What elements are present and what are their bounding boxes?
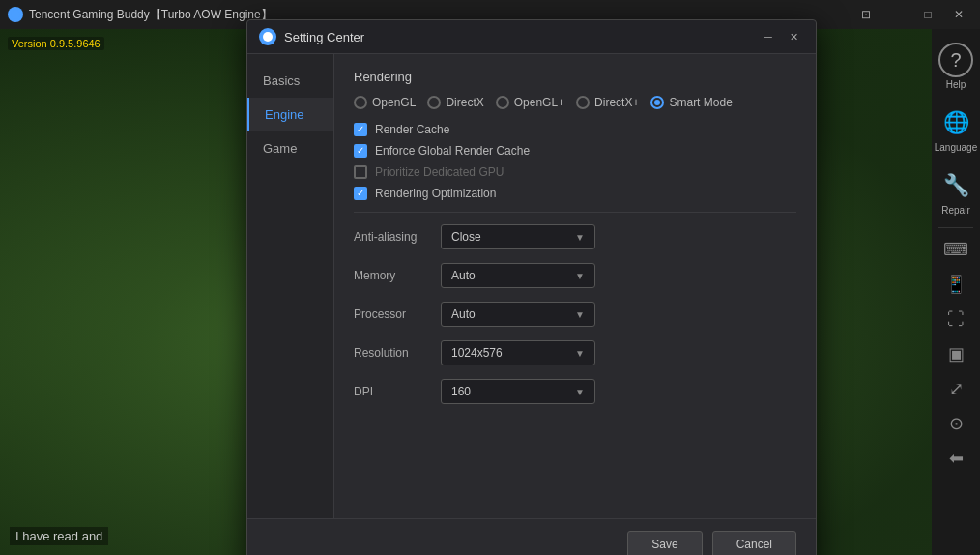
radio-directxplus[interactable]: DirectX+ <box>576 96 639 109</box>
nav-engine[interactable]: Engine <box>247 98 333 131</box>
record-icon-btn[interactable]: ⊙ <box>942 410 969 437</box>
processor-arrow: ▼ <box>575 309 585 320</box>
processor-label: Processor <box>354 307 441 321</box>
radio-directx[interactable]: DirectX <box>427 96 483 109</box>
language-button[interactable]: 🌐 Language <box>935 102 977 157</box>
repair-label: Repair <box>941 205 969 216</box>
opengl-radio-circle <box>354 96 367 109</box>
expand-icon-btn[interactable]: ⛶ <box>942 306 969 333</box>
dialog-footer: Save Cancel <box>247 518 816 555</box>
dialog-minimize-button[interactable]: ─ <box>758 28 779 45</box>
smartmode-radio-circle <box>650 96 664 109</box>
dpi-arrow: ▼ <box>575 387 585 397</box>
checkbox-enforce-global[interactable]: ✓ Enforce Global Render Cache <box>354 144 796 158</box>
smartmode-label: Smart Mode <box>669 96 732 109</box>
render-cache-label: Render Cache <box>375 123 449 136</box>
antialiasing-select[interactable]: Close ▼ <box>441 224 595 249</box>
resolution-label: Resolution <box>354 346 441 360</box>
render-modes: OpenGL DirectX OpenGL+ DirectX+ Smart Mo… <box>354 96 796 109</box>
directxplus-radio-circle <box>576 96 590 109</box>
keyboard-icon-btn[interactable]: ⌨ <box>942 236 969 263</box>
dialog-title-bar: Setting Center ─ ✕ <box>247 20 816 54</box>
processor-select[interactable]: Auto ▼ <box>441 302 595 327</box>
dialog-controls: ─ ✕ <box>758 28 804 45</box>
openglplus-label: OpenGL+ <box>514 96 564 109</box>
directx-radio-circle <box>427 96 441 109</box>
section-divider <box>354 212 796 213</box>
content-area: Rendering OpenGL DirectX OpenGL+ Direc <box>334 54 816 518</box>
memory-label: Memory <box>354 269 441 282</box>
maximize-button[interactable]: □ <box>914 4 941 25</box>
memory-arrow: ▼ <box>575 271 585 281</box>
dialog-body: Basics Engine Game Rendering OpenGL Dire… <box>247 54 816 518</box>
svg-point-0 <box>11 10 20 19</box>
resize-icon-btn[interactable]: ⤢ <box>942 375 969 402</box>
dpi-label: DPI <box>354 385 441 398</box>
resolution-value: 1024x576 <box>451 346 503 360</box>
repair-button[interactable]: 🔧 Repair <box>935 164 977 219</box>
sidebar-divider-1 <box>938 227 973 228</box>
checkbox-prioritize-gpu[interactable]: Prioritize Dedicated GPU <box>354 165 796 179</box>
help-button[interactable]: ? Help <box>935 39 977 94</box>
setting-memory: Memory Auto ▼ <box>354 263 796 288</box>
repair-icon: 🔧 <box>938 168 973 203</box>
app-icon <box>8 7 23 22</box>
rendering-optimization-label: Rendering Optimization <box>375 187 496 200</box>
openglplus-radio-circle <box>496 96 509 109</box>
resolution-select[interactable]: 1024x576 ▼ <box>441 340 595 365</box>
phone-icon-btn[interactable]: 📱 <box>942 271 969 298</box>
restore-button[interactable]: ⊡ <box>852 4 879 25</box>
memory-select[interactable]: Auto ▼ <box>441 263 595 288</box>
exit-icon-btn[interactable]: ⬅ <box>942 445 969 472</box>
dialog-title-content: Setting Center <box>259 28 364 45</box>
antialiasing-label: Anti-aliasing <box>354 230 441 244</box>
bottom-text: I have read and <box>10 527 108 545</box>
nav-basics[interactable]: Basics <box>247 64 333 98</box>
title-bar-controls: ⊡ ─ □ ✕ <box>852 4 972 25</box>
language-icon: 🌐 <box>938 105 973 140</box>
help-icon: ? <box>938 43 973 77</box>
dialog-logo <box>259 28 276 45</box>
cancel-button[interactable]: Cancel <box>712 531 796 555</box>
prioritize-gpu-checkbox <box>354 165 367 179</box>
radio-opengl[interactable]: OpenGL <box>354 96 416 109</box>
version-label: Version 0.9.5.9646 <box>8 37 104 50</box>
radio-smartmode[interactable]: Smart Mode <box>650 96 732 109</box>
resolution-arrow: ▼ <box>575 348 585 359</box>
minimize-button[interactable]: ─ <box>883 4 910 25</box>
dpi-select[interactable]: 160 ▼ <box>441 379 595 404</box>
dialog-close-button[interactable]: ✕ <box>783 28 804 45</box>
setting-resolution: Resolution 1024x576 ▼ <box>354 340 796 365</box>
rendering-optimization-checkbox: ✓ <box>354 187 367 200</box>
setting-antialiasing: Anti-aliasing Close ▼ <box>354 224 796 249</box>
crop-icon-btn[interactable]: ▣ <box>942 340 969 367</box>
enforce-global-checkbox: ✓ <box>354 144 367 158</box>
memory-value: Auto <box>451 269 476 282</box>
nav-game[interactable]: Game <box>247 131 333 165</box>
processor-value: Auto <box>451 307 476 321</box>
setting-dialog: Setting Center ─ ✕ Basics Engine Game Re… <box>246 19 817 555</box>
opengl-label: OpenGL <box>372 96 416 109</box>
svg-point-1 <box>263 32 273 42</box>
language-label: Language <box>935 142 978 153</box>
render-cache-checkbox: ✓ <box>354 123 367 136</box>
save-button[interactable]: Save <box>627 531 702 555</box>
close-button[interactable]: ✕ <box>945 4 972 25</box>
nav-sidebar: Basics Engine Game <box>247 54 334 518</box>
directx-label: DirectX <box>446 96 483 109</box>
section-title: Rendering <box>354 70 796 84</box>
enforce-global-label: Enforce Global Render Cache <box>375 144 530 158</box>
antialiasing-value: Close <box>451 230 481 244</box>
setting-dpi: DPI 160 ▼ <box>354 379 796 404</box>
checkbox-rendering-optimization[interactable]: ✓ Rendering Optimization <box>354 187 796 200</box>
setting-processor: Processor Auto ▼ <box>354 302 796 327</box>
checkbox-render-cache[interactable]: ✓ Render Cache <box>354 123 796 136</box>
dialog-title: Setting Center <box>284 30 364 44</box>
antialiasing-arrow: ▼ <box>575 232 585 243</box>
dpi-value: 160 <box>451 385 471 398</box>
right-sidebar: ? Help 🌐 Language 🔧 Repair ⌨ 📱 ⛶ ▣ ⤢ ⊙ ⬅ <box>932 29 980 555</box>
help-label: Help <box>946 79 966 90</box>
radio-openglplus[interactable]: OpenGL+ <box>496 96 564 109</box>
directxplus-label: DirectX+ <box>594 96 639 109</box>
prioritize-gpu-label: Prioritize Dedicated GPU <box>375 165 504 179</box>
